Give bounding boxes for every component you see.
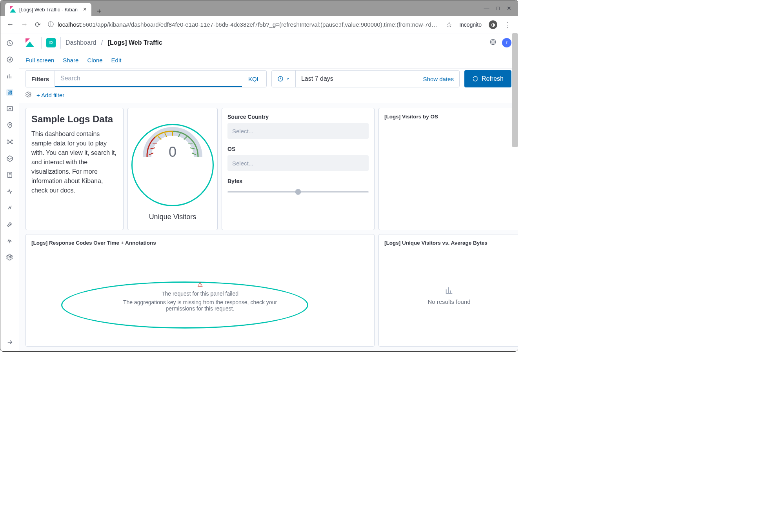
chevron-down-icon (286, 77, 290, 81)
intro-title: Sample Logs Data (31, 114, 118, 125)
dashboard-grid: Sample Logs Data This dashboard contains… (19, 103, 518, 351)
query-bar: Filters KQL Last 7 days Show dates Refre… (19, 70, 518, 87)
label-source-country: Source Country (227, 114, 369, 120)
svg-point-15 (490, 39, 496, 45)
space-selector[interactable]: D (46, 38, 56, 47)
panel-title: [Logs] Visitors by OS (384, 114, 514, 120)
error-title: The request for this panel failed (113, 290, 287, 296)
svg-rect-3 (10, 91, 12, 92)
quick-select-button[interactable] (272, 71, 296, 87)
annotation-circle (131, 124, 214, 206)
nav-monitoring-icon[interactable] (6, 237, 13, 244)
kibana-logo-icon[interactable] (25, 38, 34, 47)
docs-link[interactable]: docs (60, 187, 74, 194)
show-dates-link[interactable]: Show dates (418, 76, 459, 82)
tab-strip: [Logs] Web Traffic - Kiban × + — □ ✕ (0, 0, 518, 16)
address-bar: ← → ⟳ ⓘ localhost:5601/app/kibana#/dashb… (0, 16, 518, 33)
date-range-label[interactable]: Last 7 days (296, 75, 418, 82)
nav-maps-icon[interactable] (6, 122, 13, 129)
nav-dashboard-icon[interactable] (6, 89, 13, 96)
browser-tab[interactable]: [Logs] Web Traffic - Kiban × (5, 3, 91, 16)
url-path: :5601/app/kibana#/dashboard/edf84fe0-e1a… (81, 21, 437, 28)
svg-rect-4 (10, 93, 12, 94)
nav-reload-icon[interactable]: ⟳ (35, 20, 41, 29)
filter-options-icon[interactable] (25, 91, 32, 99)
svg-point-7 (9, 124, 10, 125)
panel-gauge: 0 Unique Visitors (127, 108, 218, 230)
svg-point-16 (492, 41, 494, 43)
nav-recent-icon[interactable] (6, 40, 13, 47)
tab-close-icon[interactable]: × (83, 6, 87, 13)
select-source-country[interactable]: Select... (227, 123, 369, 139)
refresh-button[interactable]: Refresh (464, 70, 511, 87)
dashboard-toolbar: Full screen Share Clone Edit (19, 52, 518, 69)
nav-apm-icon[interactable] (6, 188, 13, 195)
search-box: KQL (55, 70, 267, 87)
panel-intro: Sample Logs Data This dashboard contains… (25, 108, 124, 230)
nav-discover-icon[interactable] (6, 56, 13, 63)
incognito-icon: ◑ (489, 20, 497, 29)
select-os[interactable]: Select... (227, 155, 369, 171)
date-picker: Last 7 days Show dates (271, 70, 460, 87)
error-detail: The aggregations key is missing from the… (113, 299, 287, 311)
nav-ml-icon[interactable] (6, 138, 13, 145)
nav-logs-icon[interactable] (6, 171, 13, 178)
window-maximize-icon[interactable]: □ (497, 5, 500, 11)
tab-title: [Logs] Web Traffic - Kiban (19, 7, 78, 13)
breadcrumb-root[interactable]: Dashboard (65, 39, 96, 46)
share-link[interactable]: Share (63, 57, 78, 64)
clone-link[interactable]: Clone (87, 57, 102, 64)
nav-infrastructure-icon[interactable] (6, 155, 13, 162)
kql-toggle[interactable]: KQL (242, 76, 266, 82)
bookmark-star-icon[interactable]: ☆ (446, 20, 452, 29)
user-avatar[interactable]: f (502, 38, 511, 47)
window-close-icon[interactable]: ✕ (507, 5, 511, 11)
edit-link[interactable]: Edit (111, 57, 122, 64)
site-info-icon[interactable]: ⓘ (48, 21, 54, 28)
separator (41, 37, 42, 49)
svg-rect-2 (8, 91, 9, 93)
filter-bar: + Add filter (19, 87, 518, 103)
window-minimize-icon[interactable]: — (484, 5, 489, 11)
nav-management-icon[interactable] (6, 254, 13, 261)
nav-canvas-icon[interactable] (6, 105, 13, 113)
breadcrumb-sep: / (101, 39, 103, 46)
panel-title: [Logs] Unique Visitors vs. Average Bytes (384, 240, 514, 246)
breadcrumb-current: [Logs] Web Traffic (108, 39, 162, 46)
no-results-text: No results found (427, 298, 470, 305)
full-screen-link[interactable]: Full screen (25, 57, 54, 64)
label-bytes: Bytes (227, 178, 369, 184)
url-field[interactable]: ⓘ localhost:5601/app/kibana#/dashboard/e… (48, 21, 439, 28)
search-input[interactable] (55, 71, 242, 87)
window-controls: — □ ✕ (484, 0, 518, 16)
no-results: No results found (384, 250, 514, 341)
breadcrumb: Dashboard / [Logs] Web Traffic (65, 39, 162, 46)
panel-visitors-by-os: [Logs] Visitors by OS (378, 108, 518, 230)
slider-thumb[interactable] (295, 189, 301, 195)
gauge-label: Unique Visitors (149, 213, 196, 221)
nav-uptime-icon[interactable] (6, 204, 13, 211)
new-tab-button[interactable]: + (91, 7, 107, 16)
svg-point-10 (11, 140, 12, 141)
refresh-label: Refresh (482, 75, 504, 82)
add-filter-button[interactable]: + Add filter (36, 92, 64, 98)
warning-icon: ⚠ (113, 280, 287, 288)
kibana-favicon-icon (10, 6, 16, 13)
browser-chrome: [Logs] Web Traffic - Kiban × + — □ ✕ (0, 0, 518, 16)
scrollbar[interactable] (512, 33, 518, 147)
nav-expand-icon[interactable] (6, 339, 13, 346)
panel-controls: Source Country Select... OS Select... By… (222, 108, 375, 230)
filters-button[interactable]: Filters (25, 70, 55, 87)
news-feed-icon[interactable] (489, 38, 497, 47)
svg-point-11 (7, 143, 8, 144)
panel-visitors-vs-bytes: [Logs] Unique Visitors vs. Average Bytes… (378, 234, 518, 347)
svg-point-18 (28, 94, 29, 95)
browser-menu-icon[interactable]: ⋮ (504, 20, 511, 29)
nav-back-icon[interactable]: ← (7, 20, 14, 29)
nav-devtools-icon[interactable] (6, 221, 13, 228)
bytes-slider[interactable] (227, 191, 369, 192)
nav-visualize-icon[interactable] (6, 73, 13, 80)
header-bar: D Dashboard / [Logs] Web Traffic f (19, 33, 518, 52)
nav-forward-icon[interactable]: → (21, 20, 28, 29)
panel-title: [Logs] Response Codes Over Time + Annota… (31, 240, 369, 246)
